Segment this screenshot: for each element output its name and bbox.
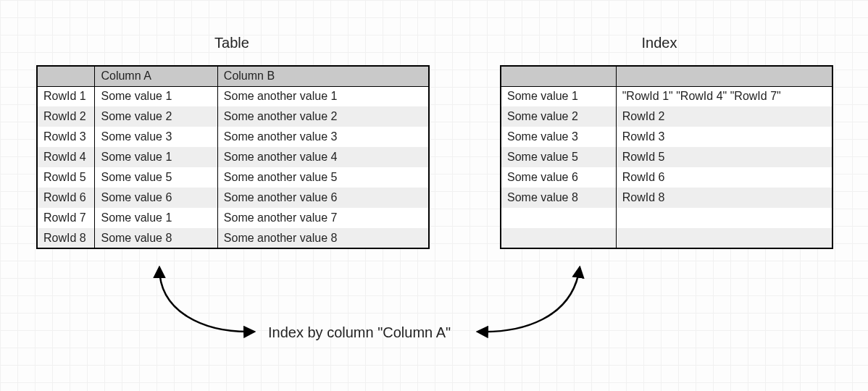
diagram-stage: Table Index Column A Column B RowId 1 So… [0, 0, 868, 391]
arrow-left [159, 268, 254, 332]
relationship-arrows [0, 0, 868, 391]
arrow-right [478, 268, 580, 332]
